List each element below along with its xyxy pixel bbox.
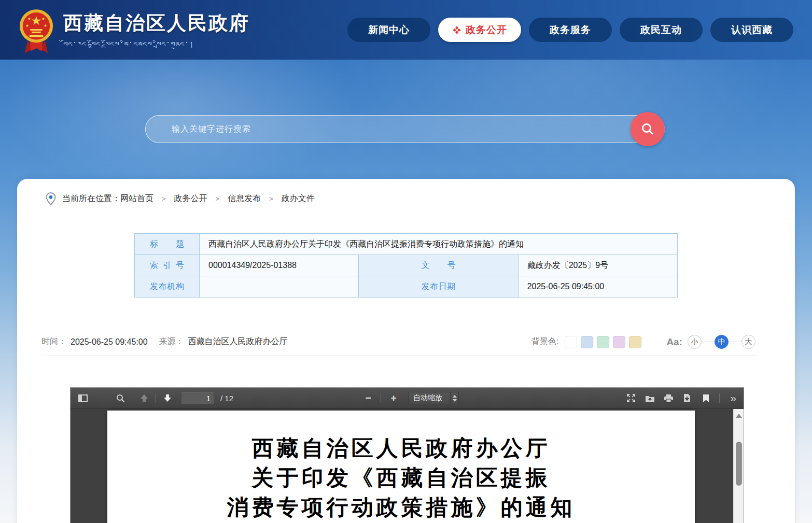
meta-docno-value: 藏政办发〔2025〕9号	[518, 255, 677, 276]
font-size-connector	[729, 342, 741, 342]
nav-tab-label: 政务服务	[550, 23, 591, 37]
meta-agency-value	[200, 276, 359, 298]
source-value: 西藏自治区人民政府办公厅	[188, 336, 288, 347]
breadcrumb-separator: >	[162, 195, 166, 203]
main-nav: 新闻中心 政务公开 政务服务 政民互动 认识西藏	[347, 18, 793, 42]
breadcrumb-item-info-release[interactable]: 信息发布	[228, 193, 261, 204]
next-page-icon[interactable]	[160, 391, 175, 405]
select-spinner-icon	[450, 392, 458, 404]
zoom-out-icon[interactable]: −	[361, 391, 375, 405]
previous-page-icon[interactable]	[137, 391, 151, 405]
search-bar	[145, 115, 665, 143]
page-count: / 12	[220, 394, 233, 403]
meta-label: 索引号	[150, 260, 184, 271]
breadcrumb-separator: >	[269, 195, 273, 203]
meta-title-label-cell: 标题	[135, 234, 200, 255]
pdf-scrollbar[interactable]	[733, 409, 744, 523]
breadcrumb-item-disclosure[interactable]: 政务公开	[174, 193, 207, 204]
national-emblem-logo: ★ ★ ★ ★ ★	[19, 5, 54, 58]
bg-color-swatches	[565, 336, 641, 348]
bg-swatch-blue[interactable]	[581, 336, 593, 348]
font-size-small-button[interactable]: 小	[688, 335, 702, 349]
meta-date-label-cell: 发布日期	[359, 276, 518, 298]
meta-title-value: 西藏自治区人民政府办公厅关于印发《西藏自治区提振消费专项行动政策措施》的通知	[200, 234, 678, 255]
zoom-level-select[interactable]: 自动缩放	[408, 392, 459, 404]
pdf-page: 西藏自治区人民政府办公厅 关于印发《西藏自治区提振 消费专项行动政策措施》的通知	[107, 411, 695, 523]
svg-text:★: ★	[41, 17, 45, 21]
nav-tab-label: 认识西藏	[731, 23, 773, 37]
font-size-large-button[interactable]: 大	[741, 335, 755, 349]
search-button[interactable]	[631, 112, 665, 146]
svg-text:★: ★	[31, 14, 42, 27]
table-row: 标题 西藏自治区人民政府办公厅关于印发《西藏自治区提振消费专项行动政策措施》的通…	[135, 234, 678, 255]
find-in-document-icon[interactable]	[113, 391, 128, 405]
print-icon[interactable]	[661, 391, 676, 405]
font-size-control: 小 中 大	[688, 335, 755, 349]
display-options: 背景色: Aa: 小 中 大	[531, 335, 755, 349]
more-tools-icon[interactable]: »	[726, 391, 740, 405]
page-number-input[interactable]	[181, 392, 214, 404]
site-header: ★ ★ ★ ★ ★ 西藏自治区人民政府 བོད་རང་སྐྱོང་ལྗོངས་མ…	[0, 0, 812, 60]
document-meta-table: 标题 西藏自治区人民政府办公厅关于印发《西藏自治区提振消费专项行动政策措施》的通…	[134, 233, 678, 298]
font-size-connector	[702, 342, 715, 342]
download-icon[interactable]	[680, 391, 694, 405]
toolbar-divider	[381, 393, 381, 403]
search-input[interactable]	[172, 116, 628, 143]
breadcrumb-separator: >	[216, 195, 220, 203]
nav-tab-interaction[interactable]: 政民互动	[620, 18, 703, 42]
bg-swatch-tan[interactable]	[629, 336, 641, 348]
article-info-row: 时间： 2025-06-25 09:45:00 来源： 西藏自治区人民政府办公厅…	[41, 328, 755, 356]
meta-label: 发布机构	[150, 281, 184, 292]
bg-swatch-pink[interactable]	[613, 336, 625, 348]
open-file-icon[interactable]	[642, 391, 657, 405]
nav-tab-news[interactable]: 新闻中心	[347, 18, 430, 42]
site-title-tibetan: བོད་རང་སྐྱོང་ལྗོངས་མི་དམངས་སྲིད་གཞུང་།	[63, 40, 250, 50]
pdf-toolbar: / 12 − + 自动缩放	[71, 388, 744, 408]
breadcrumb: 当前所在位置： 网站首页 > 政务公开 > 信息发布 > 政办文件	[17, 179, 795, 219]
zoom-in-icon[interactable]: +	[386, 391, 401, 405]
publish-time: 2025-06-25 09:45:00	[71, 337, 148, 347]
breadcrumb-item-gov-docs[interactable]: 政办文件	[282, 193, 315, 204]
nav-tab-gov-disclosure[interactable]: 政务公开	[438, 18, 521, 42]
font-size-medium-button[interactable]: 中	[715, 335, 729, 349]
presentation-mode-icon[interactable]	[624, 391, 638, 405]
toolbar-divider	[719, 393, 720, 403]
font-size-icon: Aa:	[666, 336, 682, 348]
pdf-doc-title-line: 西藏自治区人民政府办公厅	[107, 433, 695, 463]
search-icon	[640, 122, 655, 136]
toolbar-divider	[156, 393, 156, 403]
meta-label: 发布日期	[421, 281, 455, 292]
meta-label: 文号	[421, 260, 455, 271]
time-label: 时间：	[41, 336, 66, 347]
nav-tab-label: 政务公开	[466, 23, 507, 37]
breadcrumb-prefix: 当前所在位置：	[62, 193, 120, 204]
meta-index-label-cell: 索引号	[135, 255, 200, 276]
nav-tab-gov-services[interactable]: 政务服务	[529, 18, 612, 42]
location-pin-icon	[46, 192, 56, 206]
pdf-doc-title-line: 消费专项行动政策措施》的通知	[107, 492, 695, 522]
sidebar-toggle-icon[interactable]	[76, 391, 90, 405]
nav-tab-label: 政民互动	[640, 23, 682, 37]
bookmark-icon[interactable]	[698, 391, 713, 405]
meta-docno-label-cell: 文号	[359, 255, 518, 276]
meta-date-value: 2025-06-25 09:45:00	[518, 276, 677, 298]
pdf-doc-title-line: 关于印发《西藏自治区提振	[107, 463, 695, 492]
svg-text:★: ★	[25, 23, 29, 28]
breadcrumb-item-home[interactable]: 网站首页	[120, 193, 153, 204]
scrollbar-thumb[interactable]	[736, 442, 742, 486]
content-card: 当前所在位置： 网站首页 > 政务公开 > 信息发布 > 政办文件 标题 西藏自…	[17, 179, 795, 523]
bg-swatch-white[interactable]	[565, 336, 577, 348]
svg-text:★: ★	[27, 17, 31, 21]
bg-swatch-green[interactable]	[597, 336, 609, 348]
table-row: 索引号 000014349/2025-01388 文号 藏政办发〔2025〕9号	[135, 255, 678, 276]
svg-text:★: ★	[44, 23, 47, 28]
scrollbar-up-arrow-icon[interactable]	[736, 414, 742, 418]
meta-label: 标题	[150, 239, 184, 250]
meta-agency-label-cell: 发布机构	[135, 276, 200, 298]
zoom-level-value: 自动缩放	[409, 393, 450, 403]
nav-tab-label: 新闻中心	[368, 23, 410, 37]
nav-tab-about-tibet[interactable]: 认识西藏	[710, 18, 793, 42]
gov-disclosure-icon	[452, 25, 461, 35]
meta-index-value: 000014349/2025-01388	[200, 255, 359, 276]
site-title: 西藏自治区人民政府	[63, 10, 250, 36]
